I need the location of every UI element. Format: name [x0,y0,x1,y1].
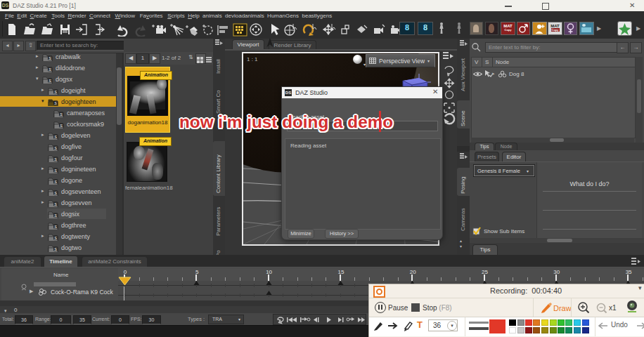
svg-text:S: S [49,67,51,72]
svg-text:S: S [54,146,57,150]
svg-text:S: S [49,56,51,60]
svg-text:S: S [54,180,57,184]
svg-text:S: S [54,101,57,105]
svg-text:S: S [54,191,57,195]
svg-text:S: S [54,213,57,218]
svg-text:S: S [54,135,57,139]
svg-text:S: S [54,225,57,229]
svg-text:S: S [54,247,57,251]
svg-text:S: S [54,157,57,161]
svg-text:S: S [60,112,63,117]
svg-text:S: S [54,168,57,173]
svg-text:S: S [60,124,63,128]
svg-text:S: S [49,79,51,83]
svg-text:S: S [54,236,57,240]
svg-text:S: S [54,90,57,94]
svg-text:S: S [54,202,57,206]
